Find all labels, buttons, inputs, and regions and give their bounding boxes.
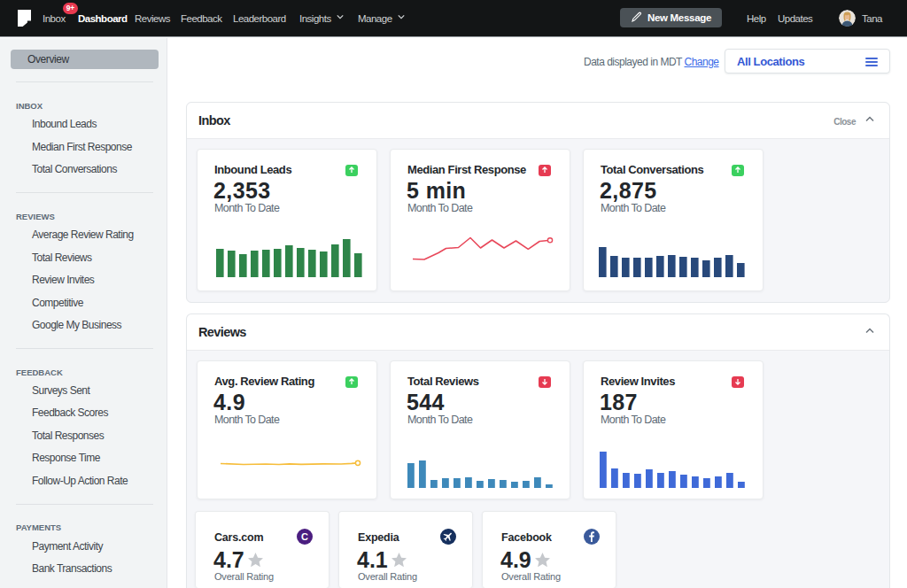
svg-text:C: C [301, 531, 308, 542]
